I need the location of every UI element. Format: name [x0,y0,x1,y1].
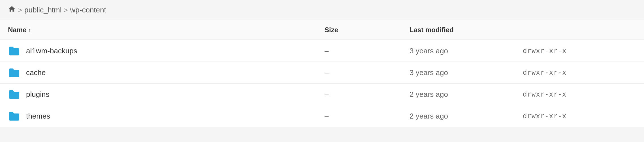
table-header: Name ↑ Size Last modified [0,20,644,40]
file-name: cache [26,68,46,77]
permissions-cell: drwxr-xr-x [523,47,636,55]
table-row[interactable]: ai1wm-backups – 3 years ago drwxr-xr-x [0,40,644,62]
file-name: themes [26,112,50,121]
sort-arrow-icon: ↑ [28,27,31,33]
name-cell: cache [8,67,325,78]
folder-icon [8,67,20,78]
name-cell: themes [8,111,325,121]
breadcrumb-public-html[interactable]: public_html [24,6,62,14]
name-cell: ai1wm-backups [8,46,325,56]
size-cell: – [325,68,410,77]
modified-cell: 2 years ago [410,90,523,99]
file-name: plugins [26,90,49,99]
column-header-size[interactable]: Size [325,26,410,34]
table-row[interactable]: themes – 2 years ago drwxr-xr-x [0,105,644,127]
folder-icon [8,46,20,56]
size-cell: – [325,90,410,99]
file-table: Name ↑ Size Last modified ai1wm-backups … [0,20,644,127]
column-header-name[interactable]: Name ↑ [8,26,325,34]
column-header-modified[interactable]: Last modified [410,26,523,34]
breadcrumb-separator-1: > [18,6,22,14]
column-header-permissions [523,26,636,34]
breadcrumb: > public_html > wp-content [0,0,644,20]
breadcrumb-wp-content[interactable]: wp-content [70,6,106,14]
folder-icon [8,111,20,121]
table-row[interactable]: plugins – 2 years ago drwxr-xr-x [0,84,644,105]
table-row[interactable]: cache – 3 years ago drwxr-xr-x [0,62,644,84]
breadcrumb-separator-2: > [64,6,68,14]
size-cell: – [325,112,410,121]
name-cell: plugins [8,89,325,99]
size-cell: – [325,47,410,55]
home-icon[interactable] [8,5,16,15]
file-name: ai1wm-backups [26,47,77,55]
permissions-cell: drwxr-xr-x [523,69,636,77]
modified-cell: 3 years ago [410,68,523,77]
modified-cell: 3 years ago [410,47,523,55]
modified-cell: 2 years ago [410,112,523,121]
permissions-cell: drwxr-xr-x [523,112,636,120]
folder-icon [8,89,20,99]
permissions-cell: drwxr-xr-x [523,90,636,98]
